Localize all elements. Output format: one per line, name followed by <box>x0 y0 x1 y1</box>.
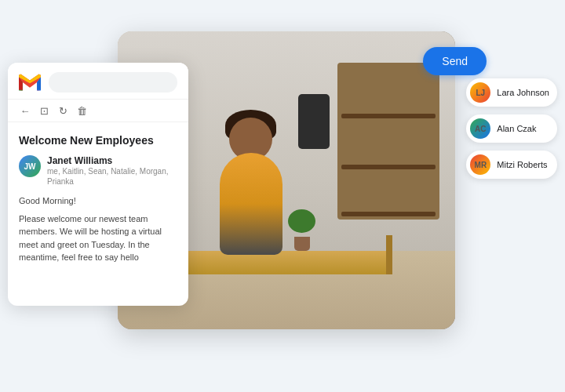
recipient-avatar-lara: LJ <box>470 82 490 103</box>
recipient-item-lara: LJ Lara Johnson <box>466 78 557 107</box>
trash-icon[interactable]: 🗑 <box>75 104 88 117</box>
person-body <box>220 153 282 255</box>
recipient-avatar-alan: AC <box>470 118 490 139</box>
shelf-2 <box>341 165 436 169</box>
gmail-card: ← ⊡ ↻ 🗑 Welcome New Employees JW Janet W… <box>8 63 188 306</box>
gmail-header <box>8 63 188 100</box>
scene: ← ⊡ ↻ 🗑 Welcome New Employees JW Janet W… <box>0 0 565 392</box>
recipient-item-mitzi: MR Mitzi Roberts <box>466 151 557 179</box>
recipient-avatar-mitzi: MR <box>470 154 490 175</box>
sender-name: Janet Williams <box>47 155 177 166</box>
email-body: Good Morning! Please welcome our newest … <box>19 194 177 264</box>
gmail-search-input[interactable] <box>49 72 177 93</box>
recipient-name-mitzi: Mitzi Roberts <box>497 160 547 169</box>
gmail-logo-icon <box>19 74 41 91</box>
email-body-text: Please welcome our newest team members. … <box>19 212 177 264</box>
email-sender-row: JW Janet Williams me, Kaitlin, Sean, Nat… <box>19 155 177 187</box>
folder-icon[interactable]: ⊡ <box>38 104 50 117</box>
recipient-item-alan: AC Alan Czak <box>466 114 557 143</box>
back-icon[interactable]: ← <box>19 104 31 117</box>
desk-table <box>180 251 392 274</box>
gmail-email-content: Welcome New Employees JW Janet Williams … <box>8 122 188 275</box>
email-greeting: Good Morning! <box>19 194 177 208</box>
recipient-name-alan: Alan Czak <box>497 124 536 133</box>
sender-avatar: JW <box>19 155 41 177</box>
recipient-name-lara: Lara Johnson <box>497 88 549 97</box>
recipients-panel: LJ Lara Johnson AC Alan Czak MR Mitzi Ro… <box>466 78 557 179</box>
speaker <box>298 94 330 149</box>
sender-info: Janet Williams me, Kaitlin, Sean, Natali… <box>47 155 177 187</box>
refresh-icon[interactable]: ↻ <box>56 104 69 117</box>
table-leg-right <box>386 235 392 274</box>
plant-leaves <box>288 209 315 233</box>
plant <box>294 213 322 251</box>
gmail-toolbar: ← ⊡ ↻ 🗑 <box>8 100 188 122</box>
plant-pot <box>294 237 310 251</box>
email-subject: Welcome New Employees <box>19 133 177 147</box>
send-button[interactable]: Send <box>423 47 487 75</box>
shelf-1 <box>341 114 436 118</box>
sender-recipients: me, Kaitlin, Sean, Natalie, Morgan, Pria… <box>47 166 177 187</box>
bookshelf <box>337 63 439 220</box>
person-figure <box>220 153 282 255</box>
shelf-3 <box>341 212 436 216</box>
